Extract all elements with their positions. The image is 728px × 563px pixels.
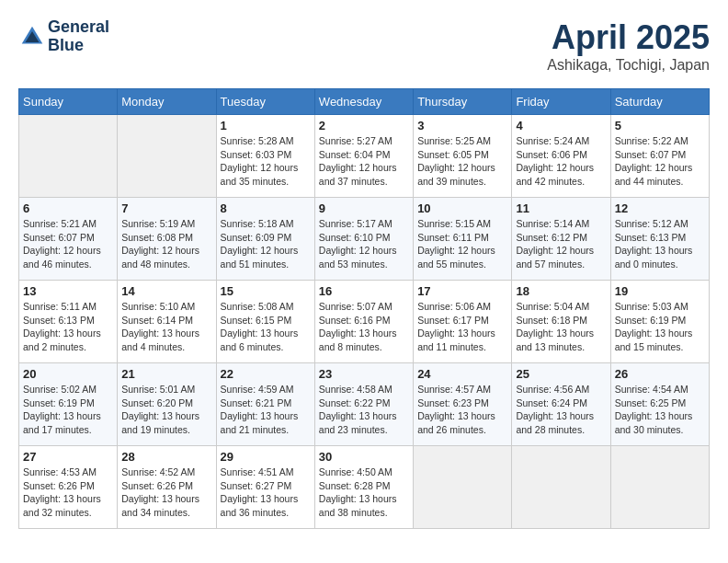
day-number: 4 bbox=[516, 119, 606, 132]
calendar-cell: 18Sunrise: 5:04 AM Sunset: 6:18 PM Dayli… bbox=[512, 281, 610, 363]
day-info: Sunrise: 4:54 AM Sunset: 6:25 PM Dayligh… bbox=[615, 383, 705, 437]
title-block: April 2025 Ashikaga, Tochigi, Japan bbox=[547, 18, 710, 74]
day-info: Sunrise: 4:53 AM Sunset: 6:26 PM Dayligh… bbox=[23, 465, 113, 520]
day-info: Sunrise: 5:25 AM Sunset: 6:05 PM Dayligh… bbox=[417, 134, 507, 189]
day-number: 29 bbox=[221, 450, 311, 464]
day-info: Sunrise: 5:04 AM Sunset: 6:18 PM Dayligh… bbox=[516, 300, 606, 354]
day-info: Sunrise: 5:01 AM Sunset: 6:20 PM Dayligh… bbox=[121, 383, 211, 437]
calendar-cell: 17Sunrise: 5:06 AM Sunset: 6:17 PM Dayli… bbox=[414, 281, 512, 363]
day-info: Sunrise: 5:19 AM Sunset: 6:08 PM Dayligh… bbox=[121, 217, 211, 271]
weekday-row: SundayMondayTuesdayWednesdayThursdayFrid… bbox=[19, 89, 710, 115]
day-info: Sunrise: 5:15 AM Sunset: 6:11 PM Dayligh… bbox=[417, 217, 507, 271]
month-title: April 2025 bbox=[547, 18, 710, 57]
weekday-header: Monday bbox=[118, 89, 216, 115]
day-info: Sunrise: 5:08 AM Sunset: 6:15 PM Dayligh… bbox=[221, 300, 311, 354]
day-info: Sunrise: 5:21 AM Sunset: 6:07 PM Dayligh… bbox=[23, 217, 113, 271]
calendar-cell: 4Sunrise: 5:24 AM Sunset: 6:06 PM Daylig… bbox=[512, 115, 610, 198]
day-number: 6 bbox=[23, 201, 113, 215]
day-info: Sunrise: 4:59 AM Sunset: 6:21 PM Dayligh… bbox=[221, 383, 311, 437]
day-number: 14 bbox=[121, 284, 211, 298]
day-number: 17 bbox=[417, 284, 507, 298]
day-number: 13 bbox=[23, 284, 113, 298]
day-info: Sunrise: 5:10 AM Sunset: 6:14 PM Dayligh… bbox=[121, 300, 211, 354]
calendar-cell: 26Sunrise: 4:54 AM Sunset: 6:25 PM Dayli… bbox=[610, 363, 709, 446]
calendar-body: 1Sunrise: 5:28 AM Sunset: 6:03 PM Daylig… bbox=[19, 115, 710, 529]
day-number: 9 bbox=[319, 201, 409, 215]
calendar-cell: 20Sunrise: 5:02 AM Sunset: 6:19 PM Dayli… bbox=[19, 363, 118, 446]
calendar-cell: 28Sunrise: 4:52 AM Sunset: 6:26 PM Dayli… bbox=[118, 446, 216, 529]
day-info: Sunrise: 5:06 AM Sunset: 6:17 PM Dayligh… bbox=[417, 300, 507, 354]
day-info: Sunrise: 5:14 AM Sunset: 6:12 PM Dayligh… bbox=[516, 217, 606, 271]
day-number: 20 bbox=[23, 367, 113, 381]
calendar-table: SundayMondayTuesdayWednesdayThursdayFrid… bbox=[18, 88, 710, 529]
day-info: Sunrise: 4:58 AM Sunset: 6:22 PM Dayligh… bbox=[319, 383, 409, 437]
day-info: Sunrise: 4:56 AM Sunset: 6:24 PM Dayligh… bbox=[516, 383, 606, 437]
day-number: 15 bbox=[221, 284, 311, 298]
day-number: 11 bbox=[516, 201, 606, 215]
calendar-cell: 16Sunrise: 5:07 AM Sunset: 6:16 PM Dayli… bbox=[314, 281, 413, 363]
day-number: 1 bbox=[221, 119, 311, 132]
calendar-cell: 24Sunrise: 4:57 AM Sunset: 6:23 PM Dayli… bbox=[414, 363, 512, 446]
day-info: Sunrise: 5:03 AM Sunset: 6:19 PM Dayligh… bbox=[615, 300, 705, 354]
day-number: 16 bbox=[319, 284, 409, 298]
day-number: 22 bbox=[221, 367, 311, 381]
calendar-cell: 2Sunrise: 5:27 AM Sunset: 6:04 PM Daylig… bbox=[314, 115, 413, 198]
calendar-cell: 7Sunrise: 5:19 AM Sunset: 6:08 PM Daylig… bbox=[118, 198, 216, 281]
calendar-week-row: 6Sunrise: 5:21 AM Sunset: 6:07 PM Daylig… bbox=[19, 198, 710, 281]
calendar-cell: 29Sunrise: 4:51 AM Sunset: 6:27 PM Dayli… bbox=[216, 446, 314, 529]
day-number: 26 bbox=[615, 367, 705, 381]
day-number: 10 bbox=[417, 201, 507, 215]
weekday-header: Saturday bbox=[610, 89, 709, 115]
calendar-cell: 15Sunrise: 5:08 AM Sunset: 6:15 PM Dayli… bbox=[216, 281, 314, 363]
weekday-header: Sunday bbox=[19, 89, 118, 115]
day-info: Sunrise: 5:11 AM Sunset: 6:13 PM Dayligh… bbox=[23, 300, 113, 354]
calendar-week-row: 27Sunrise: 4:53 AM Sunset: 6:26 PM Dayli… bbox=[19, 446, 710, 529]
calendar-cell: 12Sunrise: 5:12 AM Sunset: 6:13 PM Dayli… bbox=[610, 198, 709, 281]
day-number: 23 bbox=[319, 367, 409, 381]
day-info: Sunrise: 5:12 AM Sunset: 6:13 PM Dayligh… bbox=[615, 217, 705, 271]
day-number: 28 bbox=[121, 450, 211, 464]
logo-text: General Blue bbox=[48, 18, 109, 55]
calendar-cell: 9Sunrise: 5:17 AM Sunset: 6:10 PM Daylig… bbox=[314, 198, 413, 281]
day-number: 30 bbox=[319, 450, 409, 464]
calendar-cell: 14Sunrise: 5:10 AM Sunset: 6:14 PM Dayli… bbox=[118, 281, 216, 363]
day-number: 19 bbox=[615, 284, 705, 298]
calendar-cell bbox=[118, 115, 216, 198]
day-number: 12 bbox=[615, 201, 705, 215]
logo-icon bbox=[18, 23, 46, 51]
calendar-cell: 5Sunrise: 5:22 AM Sunset: 6:07 PM Daylig… bbox=[610, 115, 709, 198]
calendar-cell bbox=[414, 446, 512, 529]
day-info: Sunrise: 5:28 AM Sunset: 6:03 PM Dayligh… bbox=[221, 134, 311, 189]
weekday-header: Wednesday bbox=[314, 89, 413, 115]
calendar-cell: 10Sunrise: 5:15 AM Sunset: 6:11 PM Dayli… bbox=[414, 198, 512, 281]
calendar-cell bbox=[610, 446, 709, 529]
day-info: Sunrise: 5:07 AM Sunset: 6:16 PM Dayligh… bbox=[319, 300, 409, 354]
day-number: 25 bbox=[516, 367, 606, 381]
day-number: 21 bbox=[121, 367, 211, 381]
calendar-cell bbox=[19, 115, 118, 198]
day-number: 2 bbox=[319, 119, 409, 132]
weekday-header: Thursday bbox=[414, 89, 512, 115]
calendar-cell: 6Sunrise: 5:21 AM Sunset: 6:07 PM Daylig… bbox=[19, 198, 118, 281]
day-info: Sunrise: 5:18 AM Sunset: 6:09 PM Dayligh… bbox=[221, 217, 311, 271]
day-info: Sunrise: 4:50 AM Sunset: 6:28 PM Dayligh… bbox=[319, 465, 409, 520]
day-number: 5 bbox=[615, 119, 705, 132]
calendar-header: SundayMondayTuesdayWednesdayThursdayFrid… bbox=[19, 89, 710, 115]
day-info: Sunrise: 5:02 AM Sunset: 6:19 PM Dayligh… bbox=[23, 383, 113, 437]
calendar-cell: 25Sunrise: 4:56 AM Sunset: 6:24 PM Dayli… bbox=[512, 363, 610, 446]
calendar-week-row: 1Sunrise: 5:28 AM Sunset: 6:03 PM Daylig… bbox=[19, 115, 710, 198]
weekday-header: Friday bbox=[512, 89, 610, 115]
weekday-header: Tuesday bbox=[216, 89, 314, 115]
calendar-cell: 23Sunrise: 4:58 AM Sunset: 6:22 PM Dayli… bbox=[314, 363, 413, 446]
calendar-week-row: 13Sunrise: 5:11 AM Sunset: 6:13 PM Dayli… bbox=[19, 281, 710, 363]
calendar-cell: 13Sunrise: 5:11 AM Sunset: 6:13 PM Dayli… bbox=[19, 281, 118, 363]
day-number: 27 bbox=[23, 450, 113, 464]
day-info: Sunrise: 5:24 AM Sunset: 6:06 PM Dayligh… bbox=[516, 134, 606, 189]
calendar-cell: 8Sunrise: 5:18 AM Sunset: 6:09 PM Daylig… bbox=[216, 198, 314, 281]
day-info: Sunrise: 5:27 AM Sunset: 6:04 PM Dayligh… bbox=[319, 134, 409, 189]
calendar-cell: 22Sunrise: 4:59 AM Sunset: 6:21 PM Dayli… bbox=[216, 363, 314, 446]
day-number: 3 bbox=[417, 119, 507, 132]
day-info: Sunrise: 5:17 AM Sunset: 6:10 PM Dayligh… bbox=[319, 217, 409, 271]
logo: General Blue bbox=[18, 18, 109, 55]
day-info: Sunrise: 4:51 AM Sunset: 6:27 PM Dayligh… bbox=[221, 465, 311, 520]
